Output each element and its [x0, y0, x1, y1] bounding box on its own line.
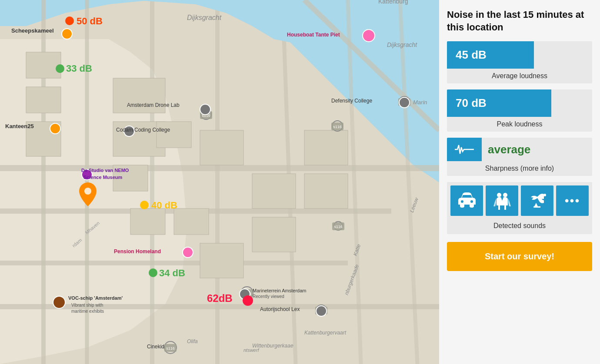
svg-point-77 — [399, 97, 410, 108]
peak-loudness-card: 70 dB Peak loudness — [447, 89, 592, 132]
detected-sounds-card: ••• Detected sounds — [447, 182, 592, 234]
svg-text:Codam Coding College: Codam Coding College — [116, 127, 170, 133]
svg-text:Amsterdam Drone Lab: Amsterdam Drone Lab — [127, 102, 180, 108]
svg-text:Olifa: Olifa — [187, 338, 198, 344]
svg-text:Defensity College: Defensity College — [331, 98, 372, 104]
sidebar-title: Noise in the last 15 minutes at this loc… — [447, 9, 592, 33]
svg-rect-25 — [174, 208, 209, 235]
svg-rect-26 — [200, 243, 243, 278]
svg-rect-30 — [304, 174, 348, 208]
svg-point-102 — [84, 188, 91, 195]
detected-sounds-icons: ••• — [447, 182, 592, 219]
svg-text:Science Museum: Science Museum — [83, 175, 122, 180]
peak-loudness-label: Peak loudness — [447, 117, 592, 132]
svg-text:maritime exhibits: maritime exhibits — [71, 309, 104, 314]
svg-text:Houseboat Tante Piet: Houseboat Tante Piet — [287, 32, 340, 38]
svg-text:Kanteen25: Kanteen25 — [5, 123, 34, 129]
sharpness-value: average — [482, 138, 592, 161]
svg-text:Recently viewed: Recently viewed — [253, 294, 284, 299]
average-loudness-card: 45 dB Average loudness — [447, 41, 592, 83]
svg-rect-106 — [533, 206, 540, 208]
svg-text:40 dB: 40 dB — [151, 200, 177, 211]
svg-rect-28 — [252, 217, 296, 252]
svg-point-96 — [140, 201, 149, 209]
average-loudness-value: 45 dB — [447, 41, 534, 69]
svg-text:Dijksgracht: Dijksgracht — [187, 14, 222, 21]
svg-point-63 — [183, 247, 193, 258]
more-sounds-icon: ••• — [556, 185, 589, 216]
sharpness-label[interactable]: Sharpness (more info) — [447, 161, 592, 176]
svg-rect-16 — [26, 52, 61, 78]
svg-text:Cinekid: Cinekid — [147, 344, 164, 350]
svg-point-98 — [149, 268, 157, 277]
svg-text:s116: s116 — [333, 125, 342, 129]
svg-text:Marin: Marin — [413, 99, 427, 106]
svg-text:Scheepskameel: Scheepskameel — [11, 27, 54, 34]
svg-rect-23 — [200, 130, 243, 165]
svg-text:Kattenburgervaart: Kattenburgervaart — [304, 330, 347, 336]
svg-text:62dB: 62dB — [207, 292, 233, 304]
bird-sound-icon — [521, 185, 553, 216]
svg-text:Marineterrein Amsterdam: Marineterrein Amsterdam — [253, 288, 307, 293]
svg-text:33 dB: 33 dB — [66, 63, 92, 74]
svg-text:De Studio van NEMO: De Studio van NEMO — [81, 168, 129, 173]
svg-text:34 dB: 34 dB — [159, 268, 185, 278]
svg-rect-22 — [157, 122, 191, 148]
svg-point-56 — [200, 104, 210, 115]
svg-rect-27 — [252, 174, 296, 208]
sidebar: Noise in the last 15 minutes at this loc… — [439, 0, 600, 364]
svg-point-52 — [62, 29, 72, 39]
car-sound-icon — [450, 185, 483, 216]
svg-text:Dijksgracht: Dijksgracht — [387, 41, 417, 48]
svg-text:s116: s116 — [166, 346, 175, 351]
svg-text:Kattenburg: Kattenburg — [378, 0, 408, 5]
average-loudness-label: Average loudness — [447, 69, 592, 83]
svg-point-92 — [65, 17, 74, 25]
svg-point-103 — [497, 193, 501, 197]
waveform-icon-box — [447, 138, 482, 161]
survey-button[interactable]: Start our survey! — [447, 242, 592, 271]
svg-rect-17 — [26, 87, 61, 113]
svg-text:Autorijschool Lex: Autorijschool Lex — [260, 306, 300, 312]
detected-sounds-label: Detected sounds — [447, 219, 592, 234]
map-container[interactable]: s116 s116 s116 s116 s116 s116 s116 Schee… — [0, 0, 439, 364]
svg-text:Pension Homeland: Pension Homeland — [114, 248, 161, 255]
people-sound-icon — [486, 185, 518, 216]
svg-point-101 — [243, 295, 253, 306]
svg-point-54 — [50, 123, 60, 134]
svg-point-65 — [53, 296, 65, 308]
peak-loudness-value: 70 dB — [447, 89, 551, 117]
svg-text:s116: s116 — [334, 225, 343, 229]
svg-point-72 — [316, 306, 327, 316]
svg-text:Vibrant ship with: Vibrant ship with — [71, 303, 103, 308]
sharpness-card: average Sharpness (more info) — [447, 138, 592, 176]
svg-rect-29 — [304, 130, 348, 165]
svg-text:50 dB: 50 dB — [77, 16, 103, 26]
svg-rect-24 — [130, 208, 165, 235]
svg-point-75 — [363, 30, 375, 42]
svg-point-104 — [503, 193, 507, 197]
svg-point-94 — [56, 64, 64, 73]
svg-text:VOC-schip 'Amsterdam': VOC-schip 'Amsterdam' — [68, 295, 123, 301]
waveform-icon — [455, 143, 474, 156]
svg-point-105 — [543, 194, 546, 196]
svg-rect-5 — [0, 261, 348, 265]
svg-text:ntswerf: ntswerf — [243, 347, 259, 353]
